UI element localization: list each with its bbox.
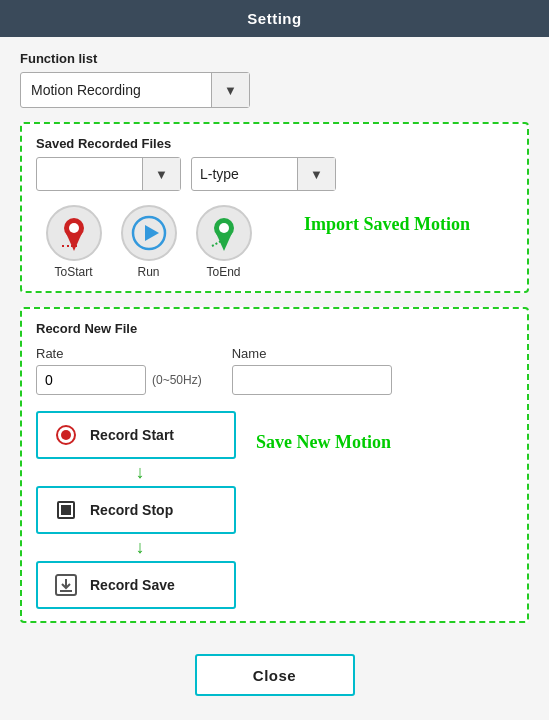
to-end-icon <box>207 213 241 253</box>
svg-marker-8 <box>216 233 232 251</box>
footer: Close <box>0 654 549 696</box>
to-start-group: ToStart <box>36 205 111 279</box>
saved-files-box: Saved Recorded Files ▼ L-type ▼ <box>20 122 529 293</box>
saved-files-label: Saved Recorded Files <box>36 136 513 151</box>
to-start-button[interactable] <box>46 205 102 261</box>
function-list-label: Function list <box>20 51 529 66</box>
svg-rect-14 <box>61 505 71 515</box>
to-end-label: ToEnd <box>206 265 240 279</box>
svg-point-2 <box>69 223 79 233</box>
record-stop-button[interactable]: Record Stop <box>36 486 236 534</box>
name-field-group: Name <box>232 346 392 395</box>
run-button[interactable] <box>121 205 177 261</box>
function-list-section: Function list Motion Recording ▼ <box>20 51 529 108</box>
name-input[interactable] <box>232 365 392 395</box>
to-end-group: ToEnd <box>186 205 261 279</box>
close-button[interactable]: Close <box>195 654 355 696</box>
function-list-select[interactable]: Motion Recording ▼ <box>20 72 250 108</box>
function-list-value: Motion Recording <box>21 82 211 98</box>
record-stop-icon <box>52 496 80 524</box>
type-select[interactable]: L-type ▼ <box>191 157 336 191</box>
file-select[interactable]: ▼ <box>36 157 181 191</box>
type-select-arrow[interactable]: ▼ <box>297 158 335 190</box>
saved-icons-row: ToStart Run <box>36 205 513 279</box>
run-group: Run <box>111 205 186 279</box>
rate-field-group: Rate (0~50Hz) <box>36 346 202 395</box>
main-content: Function list Motion Recording ▼ Saved R… <box>0 37 549 651</box>
save-new-motion-text: Save New Motion <box>256 411 391 454</box>
hz-hint: (0~50Hz) <box>152 373 202 387</box>
to-start-icon <box>57 213 91 253</box>
record-new-label: Record New File <box>36 321 513 336</box>
run-icon <box>131 215 167 251</box>
record-save-label: Record Save <box>90 577 175 593</box>
close-label: Close <box>253 667 296 684</box>
record-buttons-row: Record Start ↓ Record Stop ↓ <box>36 411 513 609</box>
function-list-arrow[interactable]: ▼ <box>211 73 249 107</box>
record-stop-label: Record Stop <box>90 502 173 518</box>
record-btn-group: Record Start ↓ Record Stop ↓ <box>36 411 236 609</box>
arrow-down-2: ↓ <box>44 534 236 561</box>
record-save-button[interactable]: Record Save <box>36 561 236 609</box>
name-label: Name <box>232 346 392 361</box>
saved-files-controls: ▼ L-type ▼ <box>36 157 513 191</box>
arrow-down-1: ↓ <box>44 459 236 486</box>
import-saved-motion-text: Import Saved Motion <box>261 205 513 236</box>
to-end-button[interactable] <box>196 205 252 261</box>
svg-point-12 <box>61 430 71 440</box>
svg-point-9 <box>219 223 229 233</box>
record-start-button[interactable]: Record Start <box>36 411 236 459</box>
rate-name-row: Rate (0~50Hz) Name <box>36 346 513 395</box>
record-save-icon <box>52 571 80 599</box>
rate-label: Rate <box>36 346 202 361</box>
record-start-label: Record Start <box>90 427 174 443</box>
type-select-value: L-type <box>192 166 297 182</box>
file-select-arrow[interactable]: ▼ <box>142 158 180 190</box>
record-new-box: Record New File Rate (0~50Hz) Name <box>20 307 529 623</box>
rate-input-row: (0~50Hz) <box>36 365 202 395</box>
to-start-label: ToStart <box>54 265 92 279</box>
header-title: Setting <box>247 10 301 27</box>
svg-marker-6 <box>145 225 159 241</box>
run-label: Run <box>137 265 159 279</box>
svg-marker-1 <box>66 233 82 251</box>
dialog-header: Setting <box>0 0 549 37</box>
record-start-icon <box>52 421 80 449</box>
rate-input[interactable] <box>36 365 146 395</box>
